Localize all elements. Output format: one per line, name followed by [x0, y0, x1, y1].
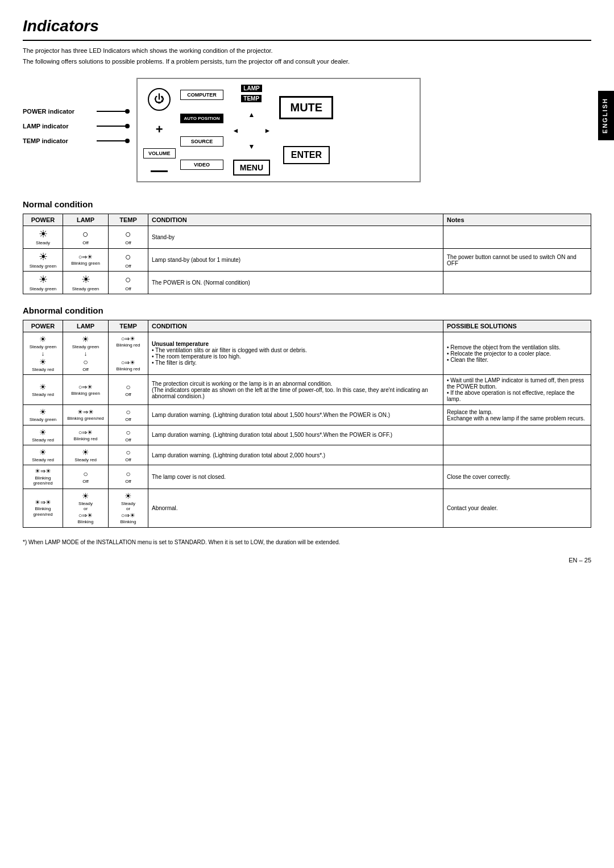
abnormal-row6-temp: ○ Off [109, 465, 148, 489]
table-row: ☀ Steady green ☀⇒☀ Blinking green/red ○ … [23, 405, 591, 425]
abnormal-condition-title: Abnormal condition [23, 306, 591, 315]
abnormal-row1-condition: Unusual temperature • The ventilation sl… [148, 332, 443, 375]
normal-row2-lamp: ○⇒☀ Blinking green [63, 248, 109, 271]
page-title: Indicators [23, 17, 591, 35]
left-arrow-icon: ◄ [228, 123, 243, 138]
power-button-icon: ⏻ [148, 88, 171, 111]
computer-button: COMPUTER [180, 90, 224, 100]
power-line [97, 109, 130, 114]
abnormal-row4-power: ☀ Steady red [23, 425, 63, 445]
normal-row2-condition: Lamp stand-by (about for 1 minute) [148, 248, 443, 271]
normal-notes-header: Notes [443, 214, 591, 226]
abnormal-row5-lamp: ☀ Steady red [63, 445, 109, 465]
table-row: ☀ Steady red ☀ Steady red ○ Off Lamp dur… [23, 445, 591, 465]
normal-row2-notes: The power button cannot be used to switc… [443, 248, 591, 271]
normal-row1-power: ☀ Steady [23, 226, 63, 248]
abnormal-row6-lamp: ○ Off [63, 465, 109, 489]
abnormal-row7-lamp: ☀ Steady or ○⇒☀ Blinking [63, 489, 109, 527]
source-button: SOURCE [180, 136, 224, 147]
abnormal-condition-table: POWER LAMP TEMP CONDITION POSSIBLE SOLUT… [23, 320, 591, 527]
table-row: ☀ Steady red ○⇒☀ Blinking green ○ Off Th… [23, 375, 591, 405]
abnormal-row2-solutions: • Wait until the LAMP indicator is turne… [443, 375, 591, 405]
abnormal-row3-solutions: Replace the lamp.Exchange with a new lam… [443, 405, 591, 425]
abnormal-row2-power: ☀ Steady red [23, 375, 63, 405]
lamp-line [97, 124, 130, 128]
lamp-indicator-label-row: LAMP indicator [23, 123, 136, 130]
right-arrow-icon: ► [260, 123, 275, 138]
abnormal-row5-condition: Lamp duration warning. (Lightning durati… [148, 445, 443, 465]
projector-panel: ⏻ + VOLUME COMPUTER AUTO POSITION SOURCE… [136, 78, 421, 182]
table-row: ☀ Steady green ☀ Steady green ○ Off The … [23, 272, 591, 294]
panel-col3: LAMP TEMP ▲ ◄ ► ▼ MENU [228, 85, 275, 176]
power-indicator-label: POWER indicator [23, 108, 97, 115]
normal-row2-power: ☀ Steady green [23, 248, 63, 271]
abnormal-row3-power: ☀ Steady green [23, 405, 63, 425]
intro-line1: The projector has three LED Indicators w… [23, 47, 591, 55]
abnormal-condition-header: CONDITION [148, 320, 443, 332]
side-tab-english: ENGLISH [598, 91, 614, 140]
temp-line [97, 139, 130, 143]
enter-button: ENTER [283, 146, 330, 164]
normal-table-header-row: POWER LAMP TEMP CONDITION Notes [23, 214, 591, 226]
normal-row1-condition: Stand-by [148, 226, 443, 248]
temp-indicator-label-row: TEMP indicator [23, 137, 136, 144]
normal-row2-temp: ○ Off [109, 248, 148, 271]
lamp-indicator-label: LAMP indicator [23, 123, 97, 130]
plus-icon: + [156, 122, 163, 137]
abnormal-temp-header: TEMP [109, 320, 148, 332]
abnormal-row6-solutions: Close the cover correctly. [443, 465, 591, 489]
normal-row3-power: ☀ Steady green [23, 272, 63, 294]
panel-col4: MUTE ENTER [279, 85, 333, 176]
normal-row1-temp: ○ Off [109, 226, 148, 248]
video-button: VIDEO [180, 160, 224, 170]
table-row: ☀ Steady ○ Off ○ Off Stand-by [23, 226, 591, 248]
abnormal-row3-lamp: ☀⇒☀ Blinking green/red [63, 405, 109, 425]
abnormal-row6-power: ☀⇒☀ Blinking green/red [23, 465, 63, 489]
abnormal-row4-temp: ○ Off [109, 425, 148, 445]
normal-lamp-header: LAMP [63, 214, 109, 226]
temp-indicator-label: TEMP indicator [23, 137, 97, 144]
panel-indicators: LAMP TEMP [241, 85, 262, 102]
intro-line2: The following offers solutions to possib… [23, 57, 591, 66]
abnormal-row7-condition: Abnormal. [148, 489, 443, 527]
abnormal-row1-lamp: ☀ Steady green ↓ ○ Off [63, 332, 109, 375]
normal-row3-temp: ○ Off [109, 272, 148, 294]
table-row: ☀⇒☀ Blinking green/red ○ Off ○ Off The l… [23, 465, 591, 489]
abnormal-header-row: POWER LAMP TEMP CONDITION POSSIBLE SOLUT… [23, 320, 591, 332]
panel-col2: COMPUTER AUTO POSITION SOURCE VIDEO [180, 85, 224, 176]
panel-temp-label: TEMP [241, 95, 262, 102]
abnormal-row1-solutions: • Remove the object from the ventilation… [443, 332, 591, 375]
abnormal-row5-power: ☀ Steady red [23, 445, 63, 465]
abnormal-row4-lamp: ○⇒☀ Blinking red [63, 425, 109, 445]
abnormal-row4-solutions [443, 425, 591, 445]
abnormal-row2-condition: The protection circuit is working or the… [148, 375, 443, 405]
normal-temp-header: TEMP [109, 214, 148, 226]
minus-icon [151, 170, 168, 172]
projector-diagram: POWER indicator LAMP indicator TEMP indi… [23, 78, 591, 182]
abnormal-row7-solutions: Contact your dealer. [443, 489, 591, 527]
normal-row3-lamp: ☀ Steady green [63, 272, 109, 294]
up-arrow-icon: ▲ [244, 107, 259, 122]
indicator-labels: POWER indicator LAMP indicator TEMP indi… [23, 108, 136, 152]
abnormal-row4-condition: Lamp duration warning. (Lightning durati… [148, 425, 443, 445]
abnormal-row1-power: ☀ Steady green ↓ ☀ Steady red [23, 332, 63, 375]
volume-label: VOLUME [143, 148, 176, 158]
abnormal-row2-lamp: ○⇒☀ Blinking green [63, 375, 109, 405]
normal-row1-notes [443, 226, 591, 248]
normal-row3-condition: The POWER is ON. (Normal condition) [148, 272, 443, 294]
abnormal-row7-power: ☀⇒☀ Blinking green/red [23, 489, 63, 527]
down-arrow-icon: ▼ [244, 139, 259, 154]
normal-power-header: POWER [23, 214, 63, 226]
panel-col1: ⏻ + VOLUME [143, 85, 176, 176]
abnormal-row2-temp: ○ Off [109, 375, 148, 405]
power-indicator-label-row: POWER indicator [23, 108, 136, 115]
table-row: ☀ Steady green ○⇒☀ Blinking green ○ Off … [23, 248, 591, 271]
mute-button: MUTE [279, 96, 333, 119]
table-row: ☀ Steady red ○⇒☀ Blinking red ○ Off Lamp… [23, 425, 591, 445]
abnormal-row7-temp: ☀ Steady or ○⇒☀ Blinking [109, 489, 148, 527]
abnormal-lamp-header: LAMP [63, 320, 109, 332]
table-row: ☀⇒☀ Blinking green/red ☀ Steady or ○⇒☀ B… [23, 489, 591, 527]
abnormal-row6-condition: The lamp cover is not closed. [148, 465, 443, 489]
abnormal-row3-temp: ○ Off [109, 405, 148, 425]
normal-condition-title: Normal condition [23, 199, 591, 209]
